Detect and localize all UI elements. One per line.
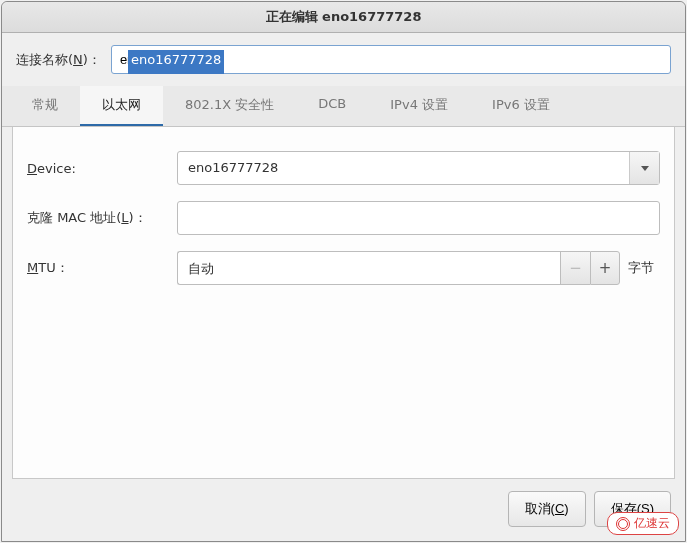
mtu-value[interactable]: 自动 bbox=[177, 251, 560, 285]
chevron-down-icon bbox=[641, 166, 649, 171]
mtu-spinner: 自动 − + bbox=[177, 251, 620, 285]
tab-bar: 常规 以太网 802.1X 安全性 DCB IPv4 设置 IPv6 设置 bbox=[2, 86, 685, 127]
clone-mac-label: 克隆 MAC 地址(L)： bbox=[27, 209, 177, 227]
mtu-increment-button[interactable]: + bbox=[590, 251, 620, 285]
device-value: eno16777728 bbox=[178, 152, 629, 184]
mtu-row: MTU： 自动 − + 字节 bbox=[27, 251, 660, 285]
tab-content: Device: eno16777728 克隆 MAC 地址(L)： MTU： 自… bbox=[12, 127, 675, 479]
clone-mac-input[interactable] bbox=[177, 201, 660, 235]
device-label: Device: bbox=[27, 161, 177, 176]
title-bar: 正在编辑 eno16777728 bbox=[2, 2, 685, 33]
device-dropdown-button[interactable] bbox=[629, 152, 659, 184]
watermark-text: 亿速云 bbox=[634, 515, 670, 532]
dialog-window: 正在编辑 eno16777728 连接名称(N)： eno16777728 常规… bbox=[1, 1, 686, 542]
connection-name-label: 连接名称(N)： bbox=[16, 51, 101, 69]
window-title: 正在编辑 eno16777728 bbox=[266, 9, 422, 24]
clone-mac-row: 克隆 MAC 地址(L)： bbox=[27, 201, 660, 235]
mtu-unit-label: 字节 bbox=[628, 259, 660, 277]
watermark-icon bbox=[616, 517, 630, 531]
tab-general[interactable]: 常规 bbox=[10, 86, 80, 126]
action-bar: 取消(C) 保存(S) bbox=[2, 479, 685, 541]
mtu-label: MTU： bbox=[27, 259, 177, 277]
connection-name-input[interactable] bbox=[111, 45, 671, 74]
mtu-decrement-button[interactable]: − bbox=[560, 251, 590, 285]
connection-name-row: 连接名称(N)： bbox=[2, 33, 685, 86]
tab-ipv6[interactable]: IPv6 设置 bbox=[470, 86, 572, 126]
tab-8021x[interactable]: 802.1X 安全性 bbox=[163, 86, 296, 126]
tab-ethernet[interactable]: 以太网 bbox=[80, 86, 163, 126]
cancel-button[interactable]: 取消(C) bbox=[508, 491, 586, 527]
watermark: 亿速云 bbox=[607, 512, 679, 535]
tab-dcb[interactable]: DCB bbox=[296, 86, 368, 126]
tab-ipv4[interactable]: IPv4 设置 bbox=[368, 86, 470, 126]
device-combo[interactable]: eno16777728 bbox=[177, 151, 660, 185]
device-row: Device: eno16777728 bbox=[27, 151, 660, 185]
